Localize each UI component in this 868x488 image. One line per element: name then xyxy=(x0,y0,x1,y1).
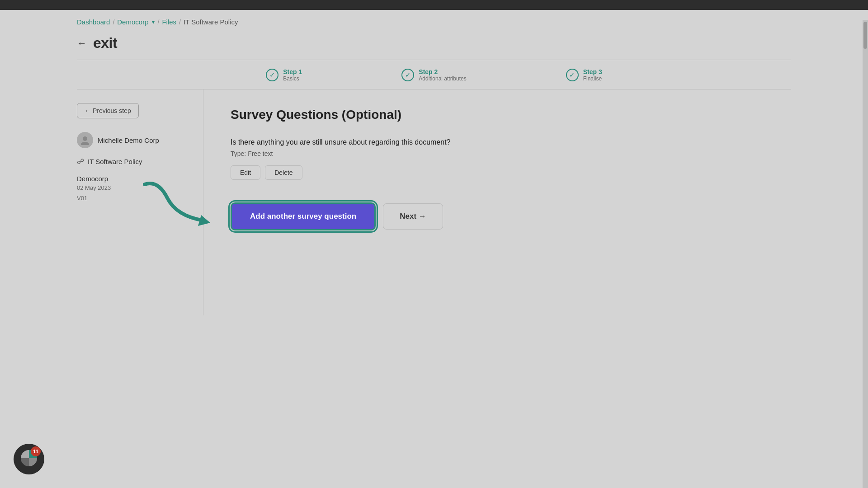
main-content: Survey Questions (Optional) Is there any… xyxy=(203,89,791,315)
step-2-check-icon: ✓ xyxy=(401,69,414,81)
breadcrumb-democorp[interactable]: Democorp xyxy=(117,18,148,26)
company-name: Democorp xyxy=(77,175,194,183)
step-2-title: Step 2 xyxy=(419,68,466,75)
page-title: Survey Questions (Optional) xyxy=(231,108,764,122)
bottom-widget[interactable]: 11 xyxy=(14,444,44,474)
question-actions: Edit Delete xyxy=(231,165,764,180)
widget-container: 11 xyxy=(19,448,39,470)
notification-badge: 11 xyxy=(31,446,41,456)
svg-point-1 xyxy=(81,142,89,145)
scrollbar-thumb[interactable] xyxy=(863,22,867,49)
step-2-subtitle: Additional attributes xyxy=(419,75,466,82)
breadcrumb-files[interactable]: Files xyxy=(162,18,176,26)
step-2[interactable]: ✓ Step 2 Additional attributes xyxy=(401,68,466,82)
breadcrumb: Dashboard / Democorp ▾ / Files / IT Soft… xyxy=(0,10,868,32)
breadcrumb-dashboard[interactable]: Dashboard xyxy=(77,18,110,26)
avatar xyxy=(77,132,93,148)
scrollbar[interactable] xyxy=(863,20,868,488)
step-1-subtitle: Basics xyxy=(283,75,302,82)
step-1-title: Step 1 xyxy=(283,68,302,75)
step-3[interactable]: ✓ Step 3 Finalise xyxy=(566,68,602,82)
content-layout: ← Previous step Michelle Demo Corp ☍ IT … xyxy=(77,89,791,315)
step-3-check-icon: ✓ xyxy=(566,69,579,81)
svg-point-0 xyxy=(83,136,87,141)
user-info: Michelle Demo Corp xyxy=(77,132,194,148)
previous-step-button[interactable]: ← Previous step xyxy=(77,103,139,118)
back-arrow-icon[interactable]: ← xyxy=(77,38,87,49)
delete-button[interactable]: Delete xyxy=(265,165,302,180)
exit-header: ← exit xyxy=(0,32,868,60)
step-2-info: Step 2 Additional attributes xyxy=(419,68,466,82)
doc-name-label: IT Software Policy xyxy=(88,158,142,165)
top-bar xyxy=(0,0,868,10)
step-3-subtitle: Finalise xyxy=(583,75,602,82)
next-button[interactable]: Next → xyxy=(383,203,443,230)
main-wrapper: Dashboard / Democorp ▾ / Files / IT Soft… xyxy=(0,10,868,488)
breadcrumb-sep-2: / xyxy=(157,19,159,26)
doc-version: V01 xyxy=(77,195,194,202)
step-1[interactable]: ✓ Step 1 Basics xyxy=(266,68,302,82)
add-survey-question-button[interactable]: Add another survey question xyxy=(231,202,376,230)
step-3-info: Step 3 Finalise xyxy=(583,68,602,82)
step-3-title: Step 3 xyxy=(583,68,602,75)
user-name: Michelle Demo Corp xyxy=(98,136,159,144)
doc-name: ☍ IT Software Policy xyxy=(77,157,194,166)
breadcrumb-current: IT Software Policy xyxy=(184,18,238,26)
sidebar: ← Previous step Michelle Demo Corp ☍ IT … xyxy=(77,89,203,315)
question-block: Is there anything you are still unsure a… xyxy=(231,138,764,180)
breadcrumb-sep-3: / xyxy=(179,19,181,26)
exit-label: exit xyxy=(93,35,117,52)
doc-date: 02 May 2023 xyxy=(77,184,194,191)
edit-button[interactable]: Edit xyxy=(231,165,260,180)
question-type: Type: Free text xyxy=(231,150,764,157)
question-text: Is there anything you are still unsure a… xyxy=(231,138,764,146)
breadcrumb-sep-1: / xyxy=(113,19,114,26)
step-1-info: Step 1 Basics xyxy=(283,68,302,82)
steps-bar: ✓ Step 1 Basics ✓ Step 2 Additional attr… xyxy=(77,60,791,89)
chevron-down-icon: ▾ xyxy=(152,19,155,25)
action-row: Add another survey question Next → xyxy=(231,202,764,230)
document-icon: ☍ xyxy=(77,157,84,166)
step-1-check-icon: ✓ xyxy=(266,69,278,81)
